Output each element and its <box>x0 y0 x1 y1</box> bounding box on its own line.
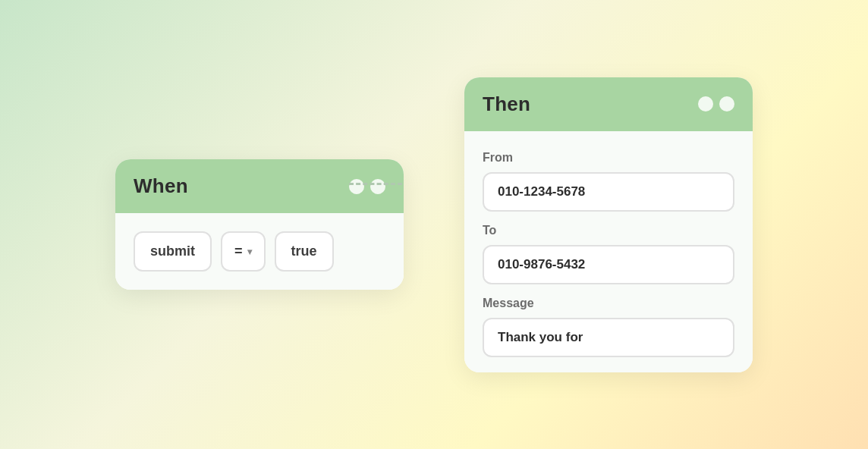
message-label: Message <box>483 297 734 310</box>
from-field[interactable]: 010-1234-5678 <box>483 172 734 212</box>
then-title: Then <box>483 93 530 116</box>
when-title: When <box>134 174 188 198</box>
when-card: When submit = ▾ true <box>115 159 404 290</box>
to-label: To <box>483 224 734 237</box>
when-card-body: submit = ▾ true <box>115 213 404 290</box>
then-card-header: Then <box>464 77 753 131</box>
connector-line <box>349 183 402 185</box>
when-card-header: When <box>115 159 404 213</box>
condition-field[interactable]: submit <box>134 231 212 272</box>
to-field[interactable]: 010-9876-5432 <box>483 245 734 284</box>
when-dot-2[interactable] <box>370 179 385 194</box>
then-dot-1[interactable] <box>698 96 713 111</box>
condition-operator[interactable]: = ▾ <box>221 231 266 272</box>
then-header-dots <box>698 96 734 111</box>
from-label: From <box>483 151 734 165</box>
when-dot-1[interactable] <box>349 179 364 194</box>
condition-row: submit = ▾ true <box>134 231 385 272</box>
then-card-body: From 010-1234-5678 To 010-9876-5432 Mess… <box>464 131 753 372</box>
condition-value[interactable]: true <box>275 231 334 272</box>
message-field[interactable]: Thank you for <box>483 318 734 357</box>
chevron-down-icon: ▾ <box>247 246 252 257</box>
when-header-dots <box>349 179 385 194</box>
then-card: Then From 010-1234-5678 To 010-9876-5432… <box>464 77 753 372</box>
main-scene: When submit = ▾ true Then <box>0 0 868 449</box>
operator-symbol: = <box>234 243 243 259</box>
then-dot-2[interactable] <box>719 96 734 111</box>
